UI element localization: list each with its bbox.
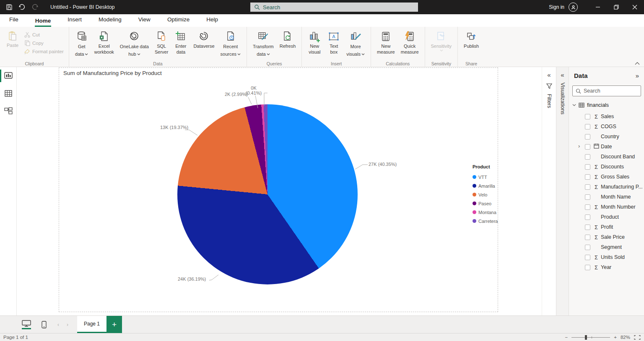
field-discount-band[interactable]: Discount Band [569, 152, 644, 162]
field-checkbox[interactable] [585, 134, 590, 140]
field-profit[interactable]: ΣProfit [569, 222, 644, 232]
field-gross-sales[interactable]: ΣGross Sales [569, 172, 644, 182]
menu-home[interactable]: Home [35, 16, 52, 27]
new-visual-button[interactable]: New visual [305, 29, 324, 56]
account-icon[interactable] [569, 3, 578, 12]
menu-view[interactable]: View [138, 14, 151, 27]
dataverse-button[interactable]: Dataverse [191, 29, 217, 50]
report-canvas[interactable]: Sum of Manufacturing Price by Product 27… [17, 67, 556, 315]
field-checkbox[interactable] [585, 235, 590, 240]
recent-sources-button[interactable]: Recent sources [218, 29, 244, 58]
next-page-arrow[interactable]: › [63, 322, 72, 328]
get-data-button[interactable]: Get data [73, 29, 91, 58]
field-discounts[interactable]: ΣDiscounts [569, 162, 644, 172]
prev-page-arrow[interactable]: ‹ [54, 322, 63, 328]
fit-to-page-icon[interactable] [634, 335, 641, 340]
minimize-button[interactable] [589, 0, 607, 14]
filters-pane-title[interactable]: Filters [546, 94, 552, 108]
sql-server-button[interactable]: SQL Server [152, 29, 171, 56]
legend-item-velo[interactable]: Velo [473, 190, 498, 199]
field-checkbox[interactable] [585, 184, 590, 190]
zoom-out-button[interactable]: − [565, 335, 568, 340]
chevron-down-icon[interactable] [572, 104, 576, 106]
publish-button[interactable]: Publish [461, 29, 481, 50]
global-search-input[interactable] [263, 4, 414, 10]
pie-chart-visual[interactable]: Sum of Manufacturing Price by Product 27… [59, 67, 498, 312]
zoom-slider[interactable] [571, 335, 610, 340]
field-sale-price[interactable]: ΣSale Price [569, 232, 644, 242]
field-checkbox[interactable] [585, 214, 590, 220]
field-search-box[interactable] [572, 85, 641, 96]
field-segment[interactable]: Segment [569, 242, 644, 252]
enter-data-button[interactable]: Enter data [171, 29, 190, 56]
model-view-button[interactable] [0, 102, 17, 120]
save-icon[interactable] [6, 4, 13, 10]
table-view-button[interactable] [0, 85, 17, 102]
restore-button[interactable] [607, 0, 626, 14]
legend-item-carretera[interactable]: Carretera [473, 217, 498, 225]
transform-data-button[interactable]: Transform data [250, 29, 276, 58]
menu-file[interactable]: File [9, 14, 19, 27]
field-month-name[interactable]: Month Name [569, 192, 644, 202]
onelake-data-hub-button[interactable]: OneLake data hub [117, 29, 151, 58]
field-checkbox[interactable] [585, 124, 590, 129]
sign-in-link[interactable]: Sign in [549, 4, 564, 10]
legend-item-amarilla[interactable]: Amarilla [473, 181, 498, 190]
pie[interactable] [177, 104, 358, 284]
collapse-ribbon-icon[interactable] [635, 62, 640, 65]
more-visuals-button[interactable]: More visuals [344, 29, 367, 58]
field-checkbox[interactable] [585, 225, 590, 230]
text-box-button[interactable]: A Text box [325, 29, 343, 56]
field-date[interactable]: ›Date [569, 142, 644, 152]
format-painter-button[interactable]: Format painter [23, 48, 65, 55]
field-units-sold[interactable]: ΣUnits Sold [569, 252, 644, 262]
add-page-button[interactable]: + [106, 316, 122, 333]
mobile-layout-button[interactable] [37, 318, 51, 332]
global-search-box[interactable] [250, 3, 418, 12]
desktop-layout-button[interactable] [19, 318, 34, 332]
undo-icon[interactable] [18, 4, 26, 10]
close-button[interactable] [626, 0, 644, 14]
zoom-in-button[interactable]: + [614, 335, 617, 340]
field-checkbox[interactable] [585, 255, 590, 260]
field-year[interactable]: ΣYear [569, 262, 644, 272]
field-cogs[interactable]: ΣCOGS [569, 121, 644, 132]
field-checkbox[interactable] [585, 164, 590, 170]
new-measure-button[interactable]: New measure [374, 29, 397, 56]
field-checkbox[interactable] [585, 204, 590, 210]
menu-help[interactable]: Help [206, 14, 218, 27]
copy-button[interactable]: Copy [23, 40, 65, 46]
field-search-input[interactable] [584, 88, 638, 94]
menu-modeling[interactable]: Modeling [98, 14, 122, 27]
redo-icon[interactable] [31, 4, 39, 10]
field-checkbox[interactable] [585, 174, 590, 180]
legend-item-paseo[interactable]: Paseo [473, 199, 498, 208]
field-checkbox[interactable] [585, 265, 590, 270]
field-checkbox[interactable] [585, 144, 590, 150]
field-manufacturing-price[interactable]: ΣManufacturing P... [569, 182, 644, 192]
legend-item-montana[interactable]: Montana [473, 208, 498, 217]
menu-insert[interactable]: Insert [67, 14, 82, 27]
excel-workbook-button[interactable]: Excel workbook [92, 29, 117, 56]
page-tab[interactable]: Page 1 [77, 316, 106, 333]
table-financials[interactable]: financials [572, 102, 609, 108]
field-month-number[interactable]: ΣMonth Number [569, 202, 644, 212]
report-view-button[interactable] [0, 67, 17, 85]
chevron-right-icon[interactable]: › [578, 143, 580, 149]
legend-item-vtt[interactable]: VTT [473, 173, 498, 181]
zoom-slider-handle[interactable] [585, 335, 587, 340]
field-checkbox[interactable] [585, 194, 590, 200]
collapse-data-pane-icon[interactable]: » [636, 72, 639, 79]
refresh-button[interactable]: Refresh [277, 29, 299, 50]
cut-button[interactable]: Cut [23, 31, 65, 38]
visualizations-pane-title[interactable]: Visualizations [560, 83, 566, 114]
menu-optimize[interactable]: Optimize [167, 14, 190, 27]
field-checkbox[interactable] [585, 154, 590, 160]
field-checkbox[interactable] [585, 114, 590, 119]
field-sales[interactable]: ΣSales [569, 111, 644, 121]
field-product[interactable]: Product [569, 212, 644, 222]
field-checkbox[interactable] [585, 245, 590, 250]
sensitivity-button[interactable]: Sensitivity [428, 29, 454, 52]
paste-button[interactable]: Paste [3, 29, 22, 49]
expand-filters-icon[interactable]: « [547, 71, 551, 78]
